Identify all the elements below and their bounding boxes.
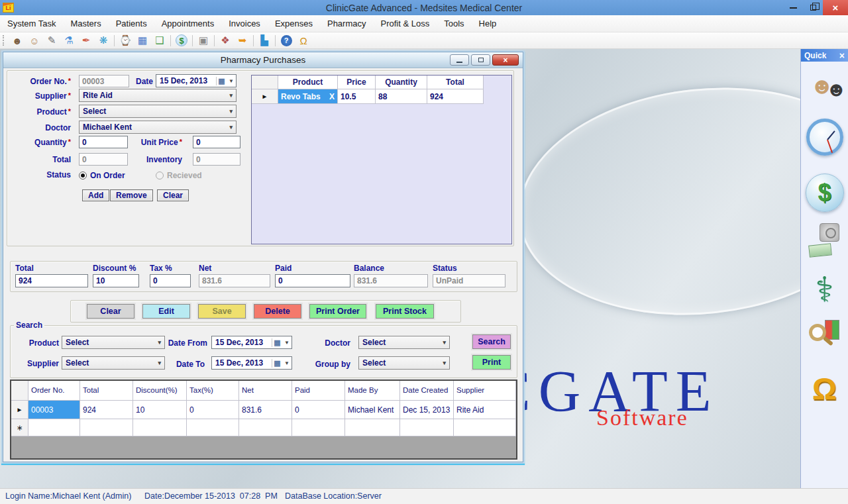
net-field[interactable]: 831.6 (199, 274, 270, 287)
date-picker[interactable]: 15 Dec, 2013 ▦ ▼ (156, 74, 237, 87)
orders-grid-new-row[interactable]: ∗ (11, 419, 516, 436)
lab-icon[interactable]: ⚗ (61, 34, 77, 47)
discount-field[interactable]: 10 (93, 274, 139, 287)
swoosh-icon[interactable]: ➥ (235, 34, 250, 47)
made-by-cell[interactable]: Michael Kent (345, 401, 400, 419)
col-quantity[interactable]: Quantity (376, 76, 427, 89)
prescription-pen-icon[interactable]: ✒ (78, 34, 94, 47)
col-product[interactable]: Product (278, 76, 338, 89)
print-order-button[interactable]: Print Order (309, 304, 366, 319)
row-selector-cell[interactable]: ► (252, 89, 278, 104)
tax-field[interactable]: 0 (150, 274, 191, 287)
quantity-cell[interactable]: 88 (376, 89, 427, 104)
unit-price-field[interactable] (193, 136, 240, 148)
menu-patients[interactable]: Patients (109, 15, 154, 32)
clear-button[interactable]: Clear (87, 304, 134, 319)
supplier-combobox[interactable]: Rite Aid ▾ (79, 89, 237, 102)
col-discount[interactable]: Discount(%) (133, 381, 187, 401)
pharmacy-icon[interactable]: ⚕ (805, 262, 845, 317)
clear-line-button[interactable]: Clear (157, 189, 189, 201)
invoice-icon[interactable]: ❑ (152, 34, 168, 47)
edit-button[interactable]: Edit (142, 304, 190, 319)
menu-help[interactable]: Help (472, 15, 504, 32)
expenses-safe-icon[interactable] (805, 221, 845, 262)
remove-button[interactable]: Remove (110, 189, 153, 201)
search-supplier-combobox[interactable]: Select ▾ (62, 356, 165, 370)
date-from-picker[interactable]: 15 Dec, 2013 ▦ ▼ (211, 336, 292, 349)
minimize-button[interactable] (783, 0, 803, 15)
patients-group-icon[interactable]: ☻ (9, 34, 25, 47)
dialog-titlebar[interactable]: Pharmacy Purchases × (3, 52, 523, 68)
col-order-no[interactable]: Order No. (28, 381, 80, 401)
line-total-field[interactable] (79, 153, 128, 166)
orders-grid-row[interactable]: ► 00003 924 10 0 831.6 0 Michael Kent De… (11, 401, 516, 419)
discount-cell[interactable]: 10 (133, 401, 187, 419)
close-icon[interactable]: × (839, 50, 845, 61)
menu-invoices[interactable]: Invoices (221, 15, 268, 32)
search-product-combobox[interactable]: Select ▾ (62, 336, 165, 349)
price-cell[interactable]: 10.5 (338, 89, 376, 104)
order-no-cell[interactable]: 00003 (28, 401, 80, 419)
net-cell[interactable]: 831.6 (239, 401, 292, 419)
flower-icon[interactable]: ❋ (95, 34, 111, 47)
bell-icon[interactable]: Ω (805, 361, 845, 417)
status-radio-received[interactable]: Recieved (156, 169, 202, 181)
tax-cell[interactable]: 0 (187, 401, 239, 419)
menu-profit-loss[interactable]: Profit & Loss (374, 15, 437, 32)
menu-tools[interactable]: Tools (437, 15, 471, 32)
total-field[interactable]: 924 (15, 274, 88, 287)
date-to-picker[interactable]: 15 Dec, 2013 ▦ ▼ (211, 356, 292, 370)
billing-dollar-icon[interactable]: $ (805, 165, 845, 221)
paid-cell[interactable]: 0 (292, 401, 345, 419)
balance-field[interactable]: 831.6 (354, 274, 428, 287)
paystatus-field[interactable]: UnPaid (433, 274, 505, 287)
inventory-field[interactable] (193, 153, 240, 166)
new-row-selector-cell[interactable]: ∗ (11, 419, 28, 436)
paid-field[interactable]: 0 (275, 274, 350, 287)
product-cell[interactable]: Revo Tabs X (278, 89, 338, 104)
dialog-maximize-button[interactable] (471, 54, 490, 66)
group-by-combobox[interactable]: Select ▾ (358, 356, 450, 370)
close-button[interactable]: × (823, 0, 848, 15)
row-selector-cell[interactable]: ► (11, 401, 28, 419)
remove-item-icon[interactable]: X (329, 92, 335, 101)
search-button[interactable]: Search (472, 334, 511, 349)
reports-magnifier-icon[interactable] (805, 317, 845, 361)
print-button[interactable]: Print (472, 355, 511, 370)
menu-expenses[interactable]: Expenses (268, 15, 320, 32)
help-icon[interactable]: ? (278, 34, 294, 47)
bell-icon[interactable]: Ω (295, 34, 311, 47)
col-price[interactable]: Price (338, 76, 376, 89)
col-total[interactable]: Total (427, 76, 484, 89)
col-tax[interactable]: Tax(%) (187, 381, 239, 401)
menu-pharmacy[interactable]: Pharmacy (320, 15, 374, 32)
save-button[interactable]: Save (198, 304, 246, 319)
dollar-icon[interactable]: $ (174, 34, 189, 47)
doctor-combobox[interactable]: Michael Kent ▾ (79, 121, 237, 134)
patient-icon[interactable]: ☺ (26, 34, 42, 47)
col-made-by[interactable]: Made By (345, 381, 400, 401)
col-net[interactable]: Net (239, 381, 292, 401)
add-button[interactable]: Add (82, 189, 109, 201)
date-created-cell[interactable]: Dec 15, 2013 (400, 401, 454, 419)
col-date-created[interactable]: Date Created (400, 381, 454, 401)
dialog-minimize-button[interactable] (450, 54, 469, 66)
clock-icon[interactable]: ⌚ (117, 34, 133, 47)
col-paid[interactable]: Paid (292, 381, 345, 401)
cash-register-icon[interactable]: ❖ (217, 34, 233, 47)
delete-button[interactable]: Delete (254, 304, 301, 319)
menu-appointments[interactable]: Appointments (154, 15, 222, 32)
print-stock-button[interactable]: Print Stock (376, 304, 434, 319)
clock-icon[interactable] (805, 109, 845, 165)
menu-masters[interactable]: Masters (63, 15, 108, 32)
expenses-icon[interactable]: ▣ (195, 34, 211, 47)
total-cell[interactable]: 924 (427, 89, 484, 104)
calendar-icon[interactable]: ▦ (134, 34, 150, 47)
product-combobox[interactable]: Select ▾ (79, 105, 237, 118)
total-cell[interactable]: 924 (80, 401, 133, 419)
signature-icon[interactable]: ✎ (44, 34, 60, 47)
items-grid-row[interactable]: ► Revo Tabs X 10.5 88 924 (252, 89, 511, 104)
col-supplier[interactable]: Supplier (454, 381, 516, 401)
order-no-field[interactable] (79, 75, 129, 87)
quantity-field[interactable] (79, 136, 128, 148)
